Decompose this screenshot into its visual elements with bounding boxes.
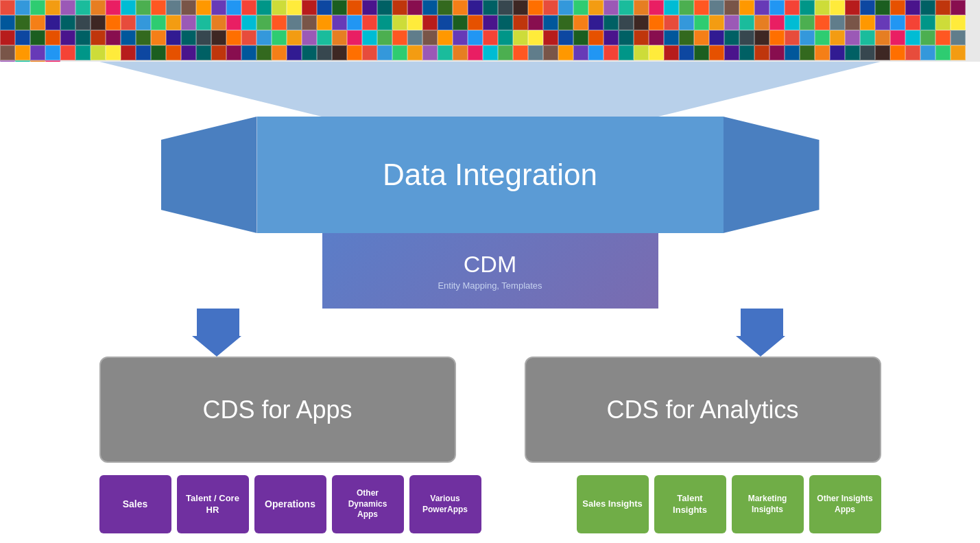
di-left-wing [161,117,257,233]
apps-labels-group: Sales Talent / Core HR Operations Other … [99,475,481,533]
arrow-left [195,309,241,357]
label-various-powerapps: Various PowerApps [409,475,481,533]
cds-apps-box: CDS for Apps [99,357,456,463]
cds-analytics-label: CDS for Analytics [606,396,798,424]
cdm-title: CDM [464,251,516,278]
label-talent-core-hr: Talent / Core HR [177,475,249,533]
svg-marker-1 [99,62,881,117]
funnel-trapezoid [0,62,980,117]
di-right-wing [724,117,820,233]
label-operations: Operations [254,475,326,533]
cds-apps-label: CDS for Apps [202,396,352,424]
label-talent-insights: Talent Insights [654,475,726,533]
analytics-labels-group: Sales Insights Talent Insights Marketing… [577,475,881,533]
main-content: Data Integration CDM Entity Mapping, Tem… [0,62,980,543]
label-marketing-insights: Marketing Insights [732,475,804,533]
icon-strip [0,0,980,62]
data-integration-title: Data Integration [383,158,597,192]
label-other-dynamics: Other Dynamics Apps [332,475,404,533]
di-wrapper: Data Integration [161,117,820,233]
label-sales: Sales [99,475,171,533]
label-sales-insights: Sales Insights [577,475,649,533]
cdm-block: CDM Entity Mapping, Templates [322,233,658,309]
di-center: Data Integration [257,117,724,233]
center-stack: Data Integration CDM Entity Mapping, Tem… [0,117,980,533]
cds-analytics-box: CDS for Analytics [525,357,881,463]
arrow-right [739,309,785,357]
label-other-insights: Other Insights Apps [809,475,881,533]
cds-row: CDS for Apps CDS for Analytics [99,357,881,463]
arrows-row [195,309,785,357]
cdm-subtitle: Entity Mapping, Templates [438,280,542,291]
labels-row: Sales Talent / Core HR Operations Other … [99,475,881,533]
